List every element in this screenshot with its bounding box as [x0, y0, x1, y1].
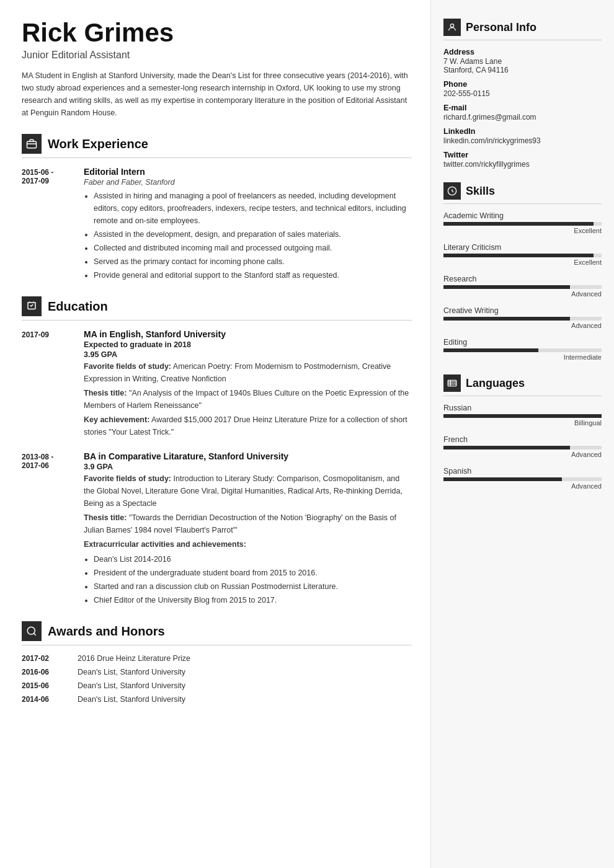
bullet-item: Assisted in hiring and managing a pool o…: [94, 190, 412, 227]
education-title: Education: [48, 299, 108, 314]
header: Rick Grimes Junior Editorial Assistant M…: [22, 19, 412, 119]
bullet-item: Chief Editor of the University Blog from…: [94, 594, 412, 606]
work-experience-title: Work Experience: [48, 137, 148, 151]
edu-entry-1-graduate: Expected to graduate in 2018: [84, 340, 412, 349]
skill-editing: Editing Intermediate: [443, 338, 602, 361]
resume-container: Rick Grimes Junior Editorial Assistant M…: [0, 0, 614, 868]
edu-entry-1-title: MA in English, Stanford University: [84, 329, 412, 339]
skill-name: Editing: [443, 338, 602, 347]
award-2-text: Dean's List, Stanford University: [78, 668, 185, 676]
work-entry-1: 2015-06 -2017-09 Editorial Intern Faber …: [22, 167, 412, 283]
awards-section: Awards and Honors 2017-02 2016 Drue Hein…: [22, 621, 412, 704]
skill-bar-fill: [443, 348, 538, 352]
candidate-title: Junior Editorial Assistant: [22, 50, 412, 61]
award-1-date: 2017-02: [22, 654, 65, 663]
lang-bar-bg: [443, 414, 602, 418]
skill-literary-criticism: Literary Criticism Excellent: [443, 243, 602, 266]
personal-linkedin-label: LinkedIn: [443, 127, 602, 136]
personal-info-section: Personal Info Address 7 W. Adams LaneSta…: [443, 19, 602, 169]
language-russian: Russian Billingual: [443, 404, 602, 427]
personal-info-title: Personal Info: [466, 21, 536, 34]
bullet-item: Started and ran a discussion club on Rus…: [94, 580, 412, 593]
lang-bar-fill: [443, 477, 562, 481]
skill-level: Excellent: [443, 227, 602, 234]
skill-name: Creative Writing: [443, 306, 602, 315]
svg-rect-5: [448, 380, 456, 386]
lang-level: Advanced: [443, 451, 602, 458]
skill-level: Intermediate: [443, 353, 602, 361]
skills-title: Skills: [466, 185, 495, 198]
personal-email: richard.f.grimes@gmail.com: [443, 113, 602, 122]
skill-name: Literary Criticism: [443, 243, 602, 252]
skill-bar-fill: [443, 285, 570, 289]
skill-bar-bg: [443, 285, 602, 289]
skill-name: Research: [443, 275, 602, 283]
education-icon: [22, 296, 42, 316]
work-entry-1-date: 2015-06 -2017-09: [22, 167, 71, 283]
languages-section: Languages Russian Billingual French Adva…: [443, 374, 602, 490]
award-3-date: 2015-06: [22, 681, 65, 690]
language-spanish: Spanish Advanced: [443, 467, 602, 490]
edu-entry-2-thesis: Thesis title: "Towards the Derridian Dec…: [84, 512, 412, 536]
candidate-summary: MA Student in English at Stanford Univer…: [22, 69, 412, 119]
edu-entry-1-date: 2017-09: [22, 329, 71, 440]
work-entry-1-bullets: Assisted in hiring and managing a pool o…: [84, 190, 412, 281]
edu-entry-2-content: BA in Comparative Litarature, Stanford U…: [84, 451, 412, 608]
work-experience-section: Work Experience 2015-06 -2017-09 Editori…: [22, 134, 412, 283]
edu-entry-2-gpa: 3.9 GPA: [84, 463, 412, 471]
skill-bar-bg: [443, 348, 602, 352]
bullet-item: Assisted in the development, design, and…: [94, 228, 412, 241]
language-french: French Advanced: [443, 435, 602, 458]
lang-name: Russian: [443, 404, 602, 412]
lang-name: Spanish: [443, 467, 602, 476]
right-column: Personal Info Address 7 W. Adams LaneSta…: [431, 0, 614, 868]
skill-level: Excellent: [443, 259, 602, 266]
personal-phone: 202-555-0115: [443, 89, 602, 98]
award-1-text: 2016 Drue Heinz Literature Prize: [78, 654, 190, 663]
lang-bar-bg: [443, 446, 602, 450]
awards-title: Awards and Honors: [48, 624, 165, 639]
education-section: Education 2017-09 MA in English, Stanfor…: [22, 296, 412, 608]
skill-level: Advanced: [443, 290, 602, 298]
bullet-item: President of the undergraduate student b…: [94, 567, 412, 579]
bullet-item: Collected and distributed incoming mail …: [94, 242, 412, 254]
award-entry-4: 2014-06 Dean's List, Stanford University: [22, 695, 412, 704]
edu-entry-1-thesis: Thesis title: "An Analysis of the Impact…: [84, 387, 412, 412]
awards-header: Awards and Honors: [22, 621, 412, 645]
skill-bar-fill: [443, 222, 594, 226]
edu-entry-1-fields: Favorite fields of study: American Poetr…: [84, 360, 412, 385]
edu-entry-1-content: MA in English, Stanford University Expec…: [84, 329, 412, 440]
skill-research: Research Advanced: [443, 275, 602, 298]
skill-bar-bg: [443, 222, 602, 226]
svg-point-4: [450, 24, 453, 27]
award-2-date: 2016-06: [22, 668, 65, 676]
edu-entry-1-gpa: 3.95 GPA: [84, 350, 412, 359]
svg-rect-0: [27, 141, 37, 148]
personal-email-label: E-mail: [443, 104, 602, 112]
bullet-item: Provide general and editorial support to…: [94, 269, 412, 281]
skill-bar-bg: [443, 317, 602, 321]
award-3-text: Dean's List, Stanford University: [78, 681, 185, 690]
lang-bar-bg: [443, 477, 602, 481]
skill-academic-writing: Academic Writing Excellent: [443, 211, 602, 234]
personal-twitter-label: Twitter: [443, 151, 602, 159]
edu-entry-2-title: BA in Comparative Litarature, Stanford U…: [84, 451, 412, 461]
edu-entry-1-achievement: Key achievement: Awarded $15,000 2017 Dr…: [84, 414, 412, 438]
skills-section: Skills Academic Writing Excellent Litera…: [443, 182, 602, 361]
lang-name: French: [443, 435, 602, 444]
work-entry-1-content: Editorial Intern Faber and Faber, Stanfo…: [84, 167, 412, 283]
skill-bar-bg: [443, 254, 602, 257]
edu-entry-2-extracurricular-label: Extracurricular activities and achieveme…: [84, 538, 412, 551]
education-entry-1: 2017-09 MA in English, Stanford Universi…: [22, 329, 412, 440]
edu-entry-2-extracurricular: Dean's List 2014-2016 President of the u…: [84, 553, 412, 606]
personal-address: 7 W. Adams LaneStanford, CA 94116: [443, 57, 602, 74]
skill-creative-writing: Creative Writing Advanced: [443, 306, 602, 329]
education-header: Education: [22, 296, 412, 321]
skill-bar-fill: [443, 254, 594, 257]
skills-header: Skills: [443, 182, 602, 204]
personal-address-label: Address: [443, 48, 602, 56]
svg-point-2: [27, 627, 35, 634]
personal-info-header: Personal Info: [443, 19, 602, 40]
languages-title: Languages: [466, 377, 525, 390]
languages-header: Languages: [443, 374, 602, 396]
